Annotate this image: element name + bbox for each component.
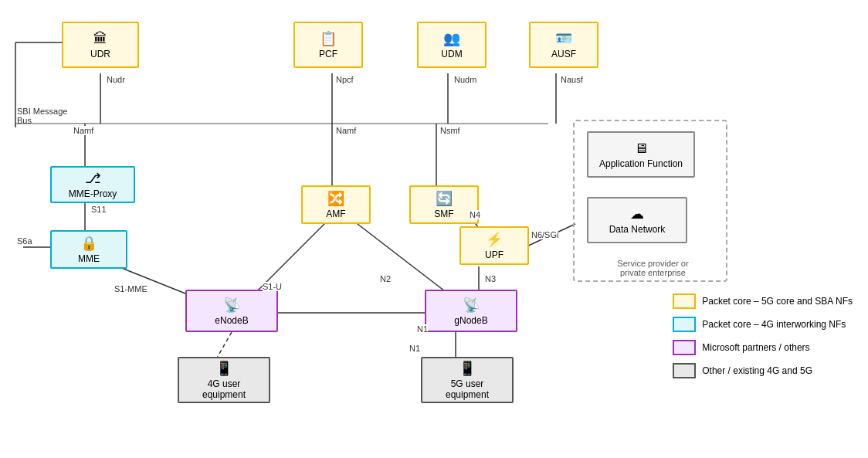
upf-node: ⚡ UPF [459, 226, 529, 265]
legend-box-dark [673, 363, 696, 378]
pcf-icon: 📋 [320, 30, 337, 47]
legend-box-cyan [673, 317, 696, 332]
svg-line-16 [216, 332, 232, 359]
nudr-label: Nudr [107, 75, 125, 84]
legend-item-dark: Other / existing 4G and 5G [673, 363, 853, 378]
s1mme-label: S1-MME [114, 284, 147, 293]
gnodeb-icon: 📡 [463, 297, 480, 314]
legend-item-purple: Microsoft partners / others [673, 340, 853, 355]
service-provider-label: Service provider orprivate enterprise [585, 259, 721, 277]
upf-icon: ⚡ [486, 231, 503, 248]
af-label: Application Function [599, 158, 683, 169]
amf-label: AMF [326, 209, 345, 219]
namf-left-label: Namf [73, 126, 93, 135]
dn-node: ☁ Data Network [587, 197, 687, 243]
s11-label: S11 [91, 205, 107, 214]
dn-label: Data Network [609, 224, 666, 235]
enodeb-node: 📡 eNodeB [185, 290, 278, 332]
udr-label: UDR [90, 49, 110, 59]
namf-amf-label: Namf [336, 126, 356, 135]
gnodeb-node: 📡 gNodeB [425, 290, 517, 332]
mme-icon: 🔒 [80, 235, 97, 252]
s1u-label: S1-U [263, 282, 282, 291]
enodeb-label: eNodeB [215, 315, 248, 326]
n2-label: N2 [380, 274, 391, 283]
upf-label: UPF [485, 249, 504, 260]
ue4g-node: 📱 4G user equipment [178, 357, 270, 403]
ue4g-icon: 📱 [215, 360, 232, 377]
legend-box-purple [673, 340, 696, 355]
n4-label: N4 [470, 210, 480, 219]
udr-node: 🏛 UDR [62, 22, 139, 68]
mme-proxy-node: ⎇ MME-Proxy [50, 166, 135, 203]
legend-item-yellow: Packet core – 5G core and SBA NFs [673, 293, 853, 309]
ausf-icon: 🪪 [555, 30, 572, 47]
smf-node: 🔄 SMF [409, 185, 479, 224]
udm-node: 👥 UDM [417, 22, 487, 68]
mme-proxy-icon: ⎇ [85, 170, 101, 187]
udr-icon: 🏛 [93, 31, 107, 47]
nudm-label: Nudm [454, 75, 476, 84]
mme-proxy-label: MME-Proxy [69, 188, 117, 199]
ue5g-label: 5G user equipment [429, 378, 506, 400]
n6-label: N6/SGi [531, 230, 558, 239]
ausf-node: 🪪 AUSF [529, 22, 598, 68]
smf-label: SMF [434, 209, 453, 219]
nsmf-label: Nsmf [440, 126, 460, 135]
af-node: 🖥 Application Function [587, 131, 695, 178]
legend-label-cyan: Packet core – 4G interworking NFs [702, 319, 846, 330]
svg-line-14 [348, 216, 448, 293]
legend-label-purple: Microsoft partners / others [702, 342, 809, 353]
pcf-label: PCF [319, 49, 337, 59]
amf-node: 🔀 AMF [301, 185, 371, 224]
amf-icon: 🔀 [327, 190, 344, 207]
diagram-container: 🏛 UDR 📋 PCF 👥 UDM 🪪 AUSF Nudr Npcf Nudm … [0, 0, 868, 458]
smf-icon: 🔄 [436, 190, 453, 207]
udm-label: UDM [441, 49, 462, 59]
ue4g-label: 4G user equipment [185, 378, 263, 400]
legend-box-yellow [673, 293, 696, 309]
legend-label-dark: Other / existing 4G and 5G [702, 365, 812, 376]
legend: Packet core – 5G core and SBA NFs Packet… [673, 293, 853, 378]
npcf-label: Npcf [336, 75, 354, 84]
n1-2-label: N1 [417, 324, 428, 334]
legend-item-cyan: Packet core – 4G interworking NFs [673, 317, 853, 332]
dn-icon: ☁ [630, 205, 644, 222]
ausf-label: AUSF [551, 49, 576, 59]
mme-label: MME [78, 253, 100, 264]
s6a-label: S6a [17, 236, 32, 246]
nausf-label: Nausf [561, 75, 583, 84]
udm-icon: 👥 [443, 30, 460, 47]
ue5g-icon: 📱 [459, 360, 476, 377]
gnodeb-label: gNodeB [454, 315, 487, 326]
pcf-node: 📋 PCF [293, 22, 363, 68]
ue5g-node: 📱 5G user equipment [421, 357, 514, 403]
enodeb-icon: 📡 [223, 297, 240, 314]
af-icon: 🖥 [634, 141, 648, 157]
n1-label: N1 [409, 344, 420, 353]
mme-node: 🔒 MME [50, 230, 127, 269]
legend-label-yellow: Packet core – 5G core and SBA NFs [702, 296, 853, 307]
n3-label: N3 [485, 274, 496, 283]
sbi-label: SBI MessageBus [17, 107, 67, 125]
